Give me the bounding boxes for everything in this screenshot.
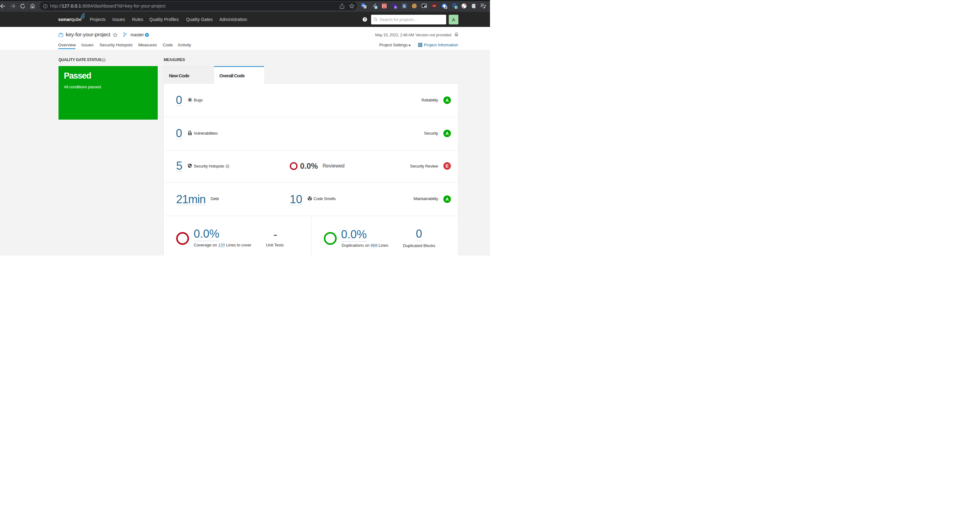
svg-text:文: 文 [364, 6, 366, 8]
svg-text:U0: U0 [433, 5, 436, 7]
svg-text:S: S [403, 4, 406, 8]
svg-text:5: 5 [395, 6, 396, 9]
